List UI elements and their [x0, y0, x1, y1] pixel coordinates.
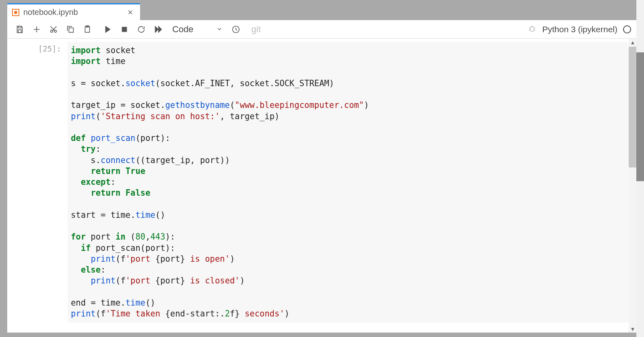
- notebook-area[interactable]: [25]: import socket import time s = sock…: [7, 39, 637, 333]
- stop-button[interactable]: [116, 21, 133, 37]
- jupyter-window: notebook.ipynb × Code git Python 3: [7, 3, 637, 333]
- cell-type-select[interactable]: Code: [167, 24, 227, 35]
- git-label[interactable]: git: [252, 24, 261, 35]
- code-editor[interactable]: import socket import time s = socket.soc…: [68, 42, 637, 323]
- scrollbar-track[interactable]: ▲ ▼: [629, 39, 637, 333]
- tab-bar: notebook.ipynb ×: [7, 3, 637, 20]
- scroll-down-icon[interactable]: ▼: [630, 326, 636, 332]
- kernel-name[interactable]: Python 3 (ipykernel): [542, 25, 617, 34]
- cell-prompt: [25]:: [7, 42, 68, 323]
- svg-rect-7: [122, 27, 127, 31]
- debugger-icon[interactable]: [528, 24, 537, 35]
- tab-title: notebook.ipynb: [23, 8, 126, 17]
- app-frame: notebook.ipynb × Code git Python 3: [0, 0, 644, 337]
- svg-rect-1: [18, 29, 21, 32]
- save-button[interactable]: [11, 21, 28, 37]
- cut-button[interactable]: [45, 21, 62, 37]
- close-icon[interactable]: ×: [126, 7, 134, 18]
- cell-type-label: Code: [172, 24, 194, 35]
- toolbar: Code git Python 3 (ipykernel): [7, 20, 637, 39]
- run-all-button[interactable]: [150, 21, 167, 37]
- svg-rect-0: [18, 26, 21, 28]
- jupyter-icon: [12, 9, 19, 16]
- command-history-button[interactable]: [227, 21, 244, 37]
- svg-point-9: [530, 26, 534, 31]
- kernel-status-icon[interactable]: [623, 25, 631, 33]
- chevron-down-icon: [216, 24, 223, 35]
- add-cell-button[interactable]: [28, 21, 45, 37]
- outer-scrollbar-thumb[interactable]: [636, 52, 644, 181]
- code-content[interactable]: import socket import time s = socket.soc…: [71, 45, 633, 319]
- scrollbar-thumb[interactable]: [629, 47, 637, 167]
- copy-button[interactable]: [62, 21, 79, 37]
- scroll-up-icon[interactable]: ▲: [630, 39, 636, 45]
- paste-button[interactable]: [79, 21, 96, 37]
- run-button[interactable]: [99, 21, 116, 37]
- outer-scrollbar[interactable]: [636, 0, 644, 337]
- restart-button[interactable]: [133, 21, 150, 37]
- tab-notebook[interactable]: notebook.ipynb ×: [7, 3, 140, 20]
- code-cell[interactable]: [25]: import socket import time s = sock…: [7, 39, 637, 323]
- svg-rect-4: [69, 28, 73, 32]
